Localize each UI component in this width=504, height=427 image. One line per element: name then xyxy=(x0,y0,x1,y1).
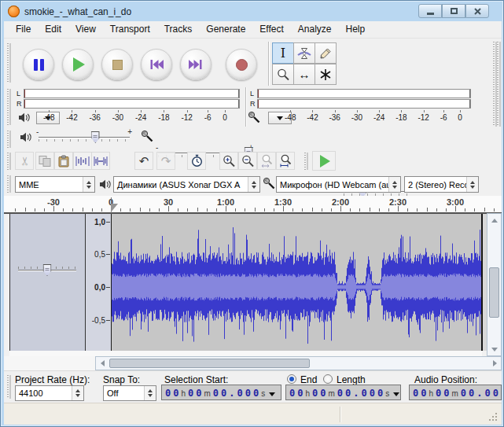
scroll-left-button[interactable] xyxy=(96,357,109,370)
end-radio[interactable] xyxy=(287,374,296,384)
close-button[interactable] xyxy=(465,4,489,18)
timeline-tick xyxy=(159,208,160,212)
menu-item-effect[interactable]: Effect xyxy=(252,21,290,38)
multi-tool-icon xyxy=(319,68,332,81)
track-control-panel[interactable] xyxy=(10,214,85,351)
skip-to-end-button[interactable] xyxy=(180,49,212,80)
timeline-label: 1:00 xyxy=(217,197,234,207)
menu-item-edit[interactable]: Edit xyxy=(38,21,68,38)
selection-end-field[interactable]: 00h00m00.000s xyxy=(285,385,401,400)
device-toolbar-grip[interactable] xyxy=(7,175,9,193)
combo-arrows-icon xyxy=(466,177,478,192)
project-rate-input[interactable]: 44100 xyxy=(15,385,84,401)
skip-to-start-button[interactable] xyxy=(141,49,172,80)
time-minutes: 00 xyxy=(188,388,204,399)
vertical-scrollbar-thumb[interactable] xyxy=(489,267,499,318)
timeline-tick xyxy=(83,208,83,212)
menu-item-analyze[interactable]: Analyze xyxy=(291,21,339,38)
menu-item-tracks[interactable]: Tracks xyxy=(157,21,200,38)
meter-scale-label: -6 xyxy=(204,112,212,123)
minimize-button[interactable] xyxy=(418,4,442,18)
fit-project-button[interactable] xyxy=(276,152,295,170)
arrow-up-icon xyxy=(491,219,498,223)
recording-meter-left-bar[interactable] xyxy=(257,89,471,98)
zoom-in-button[interactable] xyxy=(219,152,238,170)
vertical-scrollbar[interactable] xyxy=(487,213,502,356)
selection-tool-button[interactable]: I xyxy=(272,42,294,64)
meter-scale-label: -42 xyxy=(307,112,318,123)
mixer-toolbar-grip[interactable] xyxy=(7,131,9,148)
record-button[interactable] xyxy=(226,49,257,80)
clock-icon xyxy=(190,154,204,167)
meter-scale-label: 0 xyxy=(458,112,462,123)
length-radio[interactable] xyxy=(323,374,333,384)
stop-icon xyxy=(112,60,123,70)
play-button[interactable] xyxy=(62,49,94,80)
draw-tool-button[interactable] xyxy=(315,42,337,64)
trim-audio-button[interactable] xyxy=(73,152,92,170)
snap-to-select[interactable]: Off xyxy=(103,385,156,401)
slider-thumb[interactable] xyxy=(43,264,52,276)
skip-to-end-icon xyxy=(188,59,204,70)
stop-button[interactable] xyxy=(101,49,133,80)
arrow-down-icon xyxy=(491,348,498,352)
selection-toolbar-grip[interactable] xyxy=(7,375,9,399)
envelope-tool-button[interactable] xyxy=(293,42,315,64)
time-unit: s xyxy=(261,389,265,398)
dock-edge-grip xyxy=(497,42,498,127)
horizontal-scrollbar[interactable] xyxy=(95,356,502,370)
waveform-canvas[interactable] xyxy=(111,214,482,351)
recording-channels-select[interactable]: 2 (Stereo) Record xyxy=(404,176,479,193)
playback-volume-slider[interactable]: - + xyxy=(37,130,131,145)
recording-device-select[interactable]: Микрофон (HD Webcam (audi xyxy=(276,176,401,193)
scroll-up-button[interactable] xyxy=(487,214,501,226)
record-icon xyxy=(236,59,248,71)
timeline-tick xyxy=(187,208,188,212)
silence-audio-button[interactable] xyxy=(91,152,110,170)
audio-host-select[interactable]: MME xyxy=(15,176,95,193)
resize-grip[interactable] xyxy=(495,419,497,421)
meter-scale-label: -36 xyxy=(329,112,340,123)
cut-button[interactable]: ✂ xyxy=(15,152,34,170)
undo-button[interactable]: ↶ xyxy=(134,152,153,170)
multi-tool-button[interactable] xyxy=(315,64,337,85)
sync-lock-button[interactable] xyxy=(187,152,206,170)
pause-button[interactable] xyxy=(23,49,54,80)
copy-button[interactable] xyxy=(35,152,54,170)
fit-selection-button[interactable] xyxy=(257,152,276,170)
recording-meter-right-bar[interactable] xyxy=(257,99,471,109)
maximize-button[interactable] xyxy=(442,4,465,18)
status-bar-divider xyxy=(340,407,340,422)
selection-start-field[interactable]: 00h00m00.000s xyxy=(161,385,281,400)
menu-item-transport[interactable]: Transport xyxy=(103,21,157,38)
playback-meter-right-bar[interactable] xyxy=(24,99,240,109)
time-shift-tool-button[interactable]: ↔ xyxy=(293,64,315,85)
menu-item-view[interactable]: View xyxy=(68,21,103,38)
meter-toolbar-grip[interactable] xyxy=(7,89,9,125)
vertical-ruler[interactable]: 1,00,50,0-0,5 xyxy=(86,214,111,351)
timeline-ruler[interactable]: -300301:001:302:002:303:00 xyxy=(4,196,502,213)
timeline-label: 30 xyxy=(164,197,173,207)
menu-item-file[interactable]: File xyxy=(9,21,38,38)
timeline-tick xyxy=(168,206,169,212)
zoom-out-button[interactable] xyxy=(238,152,257,170)
menu-item-help[interactable]: Help xyxy=(339,21,373,38)
scroll-down-button[interactable] xyxy=(487,343,501,355)
play-at-speed-button[interactable] xyxy=(312,151,336,171)
playback-device-value: Динамики (ASUS Xonar DGX A xyxy=(114,180,248,190)
zoom-tool-button[interactable] xyxy=(272,64,294,85)
track-gain-slider[interactable] xyxy=(17,263,78,278)
paste-button[interactable] xyxy=(54,152,73,170)
menu-item-generate[interactable]: Generate xyxy=(199,21,252,38)
edit-toolbar-grip[interactable] xyxy=(7,153,9,170)
scroll-right-button[interactable] xyxy=(488,357,501,370)
transcription-toolbar-grip[interactable] xyxy=(304,153,306,170)
meter-scale-label: -30 xyxy=(351,112,362,123)
snap-to-value: Off xyxy=(104,388,144,398)
redo-button[interactable]: ↷ xyxy=(156,152,175,170)
transport-toolbar-grip[interactable] xyxy=(7,43,9,83)
playback-device-select[interactable]: Динамики (ASUS Xonar DGX A xyxy=(113,176,260,193)
audio-position-field[interactable]: 00h00m00.000s xyxy=(409,385,502,400)
playback-meter-left-bar[interactable] xyxy=(24,89,240,98)
horizontal-scrollbar-thumb[interactable] xyxy=(109,359,310,368)
